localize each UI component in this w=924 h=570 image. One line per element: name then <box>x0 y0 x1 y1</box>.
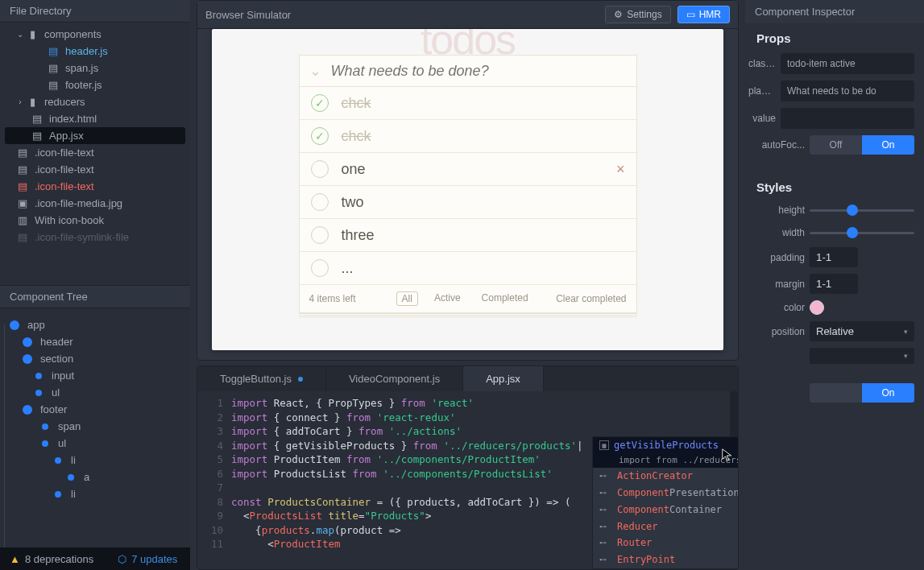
autocomplete-item[interactable]: ⊷ActionCreator <box>593 468 738 485</box>
height-slider[interactable] <box>810 202 914 218</box>
folder-components[interactable]: ⌄ ▮ components <box>0 26 190 43</box>
ct-node-input[interactable]: input <box>35 367 180 384</box>
ct-node-ul2[interactable]: ul <box>42 435 180 452</box>
file-text-icon: ▤ <box>16 163 29 176</box>
todo-item[interactable]: ✓chck <box>300 120 636 153</box>
autocomplete-item[interactable]: ⊷Router <box>593 535 738 551</box>
file-header-js[interactable]: ▤ header.js <box>0 43 190 60</box>
folder-reducers[interactable]: › ▮ reducers <box>0 93 190 110</box>
file-app-jsx[interactable]: ▤ App.jsx <box>5 127 185 144</box>
close-icon[interactable]: × <box>616 161 625 178</box>
filter-active[interactable]: Active <box>429 291 466 306</box>
tab-video-component[interactable]: VideoComponent.js <box>326 366 463 391</box>
ac-label: Router <box>617 536 652 550</box>
file-icon-text-1[interactable]: ▤ .icon-file-text <box>0 144 190 161</box>
todo-item[interactable]: ✓one× <box>300 153 636 186</box>
switch-off[interactable]: Off <box>810 135 862 155</box>
todos-heading: todos <box>299 29 637 50</box>
color-swatch[interactable] <box>810 300 824 315</box>
todo-new-input[interactable] <box>331 63 627 80</box>
check-icon[interactable]: ✓ <box>311 127 329 145</box>
switch-off[interactable] <box>810 383 862 403</box>
filter-completed[interactable]: Completed <box>477 291 533 306</box>
ct-node-section[interactable]: section <box>23 350 180 367</box>
status-deprecations[interactable]: ▲ 8 deprecations <box>10 553 93 565</box>
ct-node-app[interactable]: app <box>10 316 180 333</box>
autocomplete-item[interactable]: ⊷Reducer <box>593 518 738 535</box>
todo-item[interactable]: ✓chck <box>300 87 636 120</box>
bottom-switch[interactable]: On <box>810 383 914 403</box>
status-updates[interactable]: ⬡ 7 updates <box>118 553 177 565</box>
autofocus-switch[interactable]: Off On <box>810 135 914 155</box>
filter-all[interactable]: All <box>396 291 418 306</box>
tab-label: App.jsx <box>486 373 520 385</box>
check-icon[interactable]: ✓ <box>311 160 329 178</box>
ct-label: app <box>27 319 45 331</box>
switch-on[interactable]: On <box>862 135 914 155</box>
node-dot-icon <box>23 405 32 415</box>
autocomplete-item[interactable]: ▦ getVisibleProducts <box>593 437 738 454</box>
ct-node-a[interactable]: a <box>68 469 180 485</box>
check-icon[interactable]: ✓ <box>311 259 329 277</box>
folder-label: components <box>44 28 102 40</box>
check-icon[interactable]: ✓ <box>311 94 329 112</box>
classname-input[interactable] <box>781 53 914 74</box>
file-icon-text-3[interactable]: ▤ .icon-file-text <box>0 178 190 195</box>
autocomplete-item[interactable]: ⊷ComponentPresentational <box>593 485 738 502</box>
file-icon-book[interactable]: ▥ With icon-book <box>0 212 190 229</box>
slider-knob[interactable] <box>847 227 858 238</box>
extra-select[interactable]: ▾ <box>810 348 914 364</box>
file-symlink[interactable]: ▤ .icon-file-symlink-file <box>0 229 190 246</box>
hmr-button[interactable]: ▭ HMR <box>677 6 730 23</box>
node-dot-icon <box>42 440 48 447</box>
node-dot-icon <box>23 337 32 347</box>
select-value: Relative <box>816 325 854 337</box>
margin-input[interactable] <box>810 274 858 294</box>
code-area[interactable]: import React, { PropTypes } from 'react'… <box>231 391 730 569</box>
slider-knob[interactable] <box>847 204 858 216</box>
autocomplete-item[interactable]: ⊷EntryPoint <box>593 551 738 568</box>
file-code-icon: ▤ <box>47 45 60 57</box>
file-label: .icon-file-symlink-file <box>35 231 129 243</box>
file-icon: ▤ <box>31 113 44 125</box>
settings-button[interactable]: ⚙ Settings <box>605 6 670 23</box>
ct-node-span[interactable]: span <box>42 418 180 435</box>
file-media[interactable]: ▣ .icon-file-media.jpg <box>0 195 190 212</box>
ct-node-header[interactable]: header <box>23 333 180 350</box>
ct-node-li[interactable]: li <box>55 452 180 469</box>
ct-node-li2[interactable]: li <box>55 485 180 502</box>
warning-icon: ▲ <box>10 553 20 565</box>
tab-app-jsx[interactable]: App.jsx <box>463 366 544 391</box>
switch-on[interactable]: On <box>862 383 914 403</box>
width-slider[interactable] <box>810 225 914 241</box>
prop-label: color <box>748 302 810 313</box>
todo-item[interactable]: ✓two <box>300 186 636 219</box>
chevron-down-icon[interactable]: ⌄ <box>309 62 321 80</box>
ct-label: footer <box>40 403 67 415</box>
ac-subtitle: import from ../reducers/products <box>614 454 738 466</box>
key-icon: ⊷ <box>599 505 612 515</box>
file-footer-js[interactable]: ▤ footer.js <box>0 76 190 93</box>
position-select[interactable]: Relative ▾ <box>810 321 914 341</box>
todo-item[interactable]: ✓three <box>300 219 636 252</box>
check-icon[interactable]: ✓ <box>311 226 329 244</box>
file-icon-text-2[interactable]: ▤ .icon-file-text <box>0 161 190 178</box>
ct-node-footer[interactable]: footer <box>23 401 180 418</box>
file-span-js[interactable]: ▤ span.js <box>0 60 190 76</box>
padding-input[interactable] <box>810 247 858 267</box>
placeholder-input[interactable] <box>781 81 914 101</box>
prop-label: position <box>748 326 810 337</box>
file-media-icon: ▣ <box>16 197 29 209</box>
prop-label: margin <box>748 279 810 290</box>
file-index-html[interactable]: ▤ index.html <box>0 110 190 127</box>
node-dot-icon <box>10 320 19 330</box>
autocomplete-item[interactable]: ⊷ComponentContainer <box>593 502 738 518</box>
key-icon: ⊷ <box>599 522 612 532</box>
ct-node-ul[interactable]: ul <box>35 384 180 401</box>
todo-item[interactable]: ✓... <box>300 252 636 285</box>
clear-completed[interactable]: Clear completed <box>556 293 626 304</box>
value-input[interactable] <box>781 108 914 129</box>
tab-toggle-button[interactable]: ToggleButton.js <box>197 366 326 391</box>
check-icon[interactable]: ✓ <box>311 193 329 211</box>
file-label: .icon-file-media.jpg <box>35 197 122 209</box>
